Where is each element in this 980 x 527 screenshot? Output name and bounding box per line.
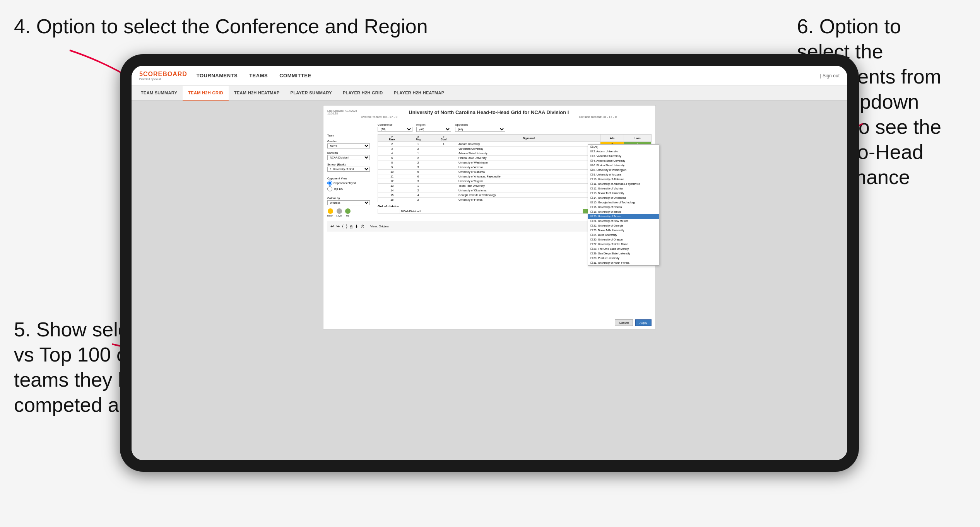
- dropdown-item-28[interactable]: 28. The Ohio State University: [588, 247, 659, 251]
- dropdown-item-14[interactable]: 14. University of Oklahoma: [588, 196, 659, 200]
- top-nav: 5COREBOARD Powered by cloud TOURNAMENTS …: [132, 66, 847, 86]
- opponent-view-section: Opponent View Opponents Played Top 100: [327, 177, 374, 191]
- tab-team-summary[interactable]: TEAM SUMMARY: [135, 86, 183, 101]
- filters-row: Conference (All) Region (All): [378, 123, 652, 132]
- nav-items: TOURNAMENTS TEAMS COMMITTEE: [197, 73, 820, 78]
- opponent-select[interactable]: (All): [455, 127, 505, 132]
- col-reg: #Reg: [406, 135, 430, 142]
- dropdown-item-21[interactable]: 21. University of New Mexico: [588, 219, 659, 223]
- colour-by-section: Colour by Win/loss: [327, 197, 374, 205]
- dropdown-item-18[interactable]: 18. University of Illinois: [588, 210, 659, 214]
- col-conf: #Conf: [430, 135, 457, 142]
- toolbar-back[interactable]: ⟨: [342, 224, 344, 229]
- dropdown-item-24[interactable]: 24. Duke University: [588, 233, 659, 237]
- nav-teams[interactable]: TEAMS: [249, 73, 268, 78]
- apply-button[interactable]: Apply: [635, 319, 652, 326]
- tab-player-h2h-grid[interactable]: PLAYER H2H GRID: [337, 86, 388, 101]
- conference-select[interactable]: (All): [378, 127, 412, 132]
- school-rank-section: School (Rank) 1. University of Nort...: [327, 163, 374, 172]
- dropdown-item-9[interactable]: 9. University of Arizona: [588, 172, 659, 177]
- dropdown-item-12[interactable]: 12. University of Virginia: [588, 186, 659, 191]
- toolbar-copy[interactable]: ⎘: [350, 224, 352, 229]
- division-section: Division NCAA Division I: [327, 152, 374, 160]
- tab-h2h-heatmap[interactable]: TEAM H2H HEATMAP: [229, 86, 285, 101]
- gender-section: Gender Men's: [327, 140, 374, 148]
- toolbar-clock[interactable]: ⏱: [361, 224, 365, 229]
- tab-h2h-grid[interactable]: TEAM H2H GRID: [183, 86, 229, 101]
- main-layout: Team Gender Men's Division: [327, 134, 652, 217]
- dropdown-item-16[interactable]: 16. University of Florida: [588, 205, 659, 210]
- dropdown-item-11[interactable]: 11. University of Arkansas, Fayetteville: [588, 182, 659, 186]
- dropdown-item-22[interactable]: 22. University of Georgia: [588, 223, 659, 228]
- dropdown-item-30[interactable]: 30. Purdue University: [588, 256, 659, 261]
- dropdown-item-29[interactable]: 29. San Diego State University: [588, 251, 659, 256]
- col-loss: Loss: [624, 135, 651, 142]
- col-opponent: Opponent: [457, 135, 600, 142]
- toolbar-view: View: Original: [370, 225, 389, 228]
- col-win: Win: [600, 135, 624, 142]
- tablet-frame: 5COREBOARD Powered by cloud TOURNAMENTS …: [120, 54, 859, 472]
- dropdown-item-6[interactable]: 6. Florida State University: [588, 163, 659, 168]
- conference-filter: Conference (All): [378, 123, 412, 132]
- toolbar-forward[interactable]: ⟩: [346, 224, 347, 229]
- radio-group: Opponents Played Top 100: [327, 181, 374, 191]
- toolbar-undo[interactable]: ↩: [330, 224, 334, 229]
- gender-select[interactable]: Men's: [327, 143, 370, 148]
- report-card: Last Updated: 4/17/202416:55:38 Universi…: [323, 105, 656, 329]
- dropdown-item-31[interactable]: 31. University of North Florida: [588, 261, 659, 265]
- legend-up: [345, 208, 351, 214]
- toolbar-redo[interactable]: ↪: [336, 224, 340, 229]
- action-buttons: Cancel Apply: [615, 319, 652, 326]
- record-row: Overall Record: 89 - 17 - 0 Division Rec…: [357, 115, 621, 119]
- radio-top-100[interactable]: Top 100: [327, 186, 374, 191]
- left-panel: Team Gender Men's Division: [327, 134, 374, 217]
- dropdown-item-23[interactable]: 23. Texas A&M University: [588, 228, 659, 233]
- nav-committee[interactable]: COMMITTEE: [279, 73, 311, 78]
- tab-player-h2h-heatmap[interactable]: PLAYER H2H HEATMAP: [388, 86, 450, 101]
- team-section: Team: [327, 134, 374, 137]
- last-updated: Last Updated: 4/17/202416:55:38: [327, 109, 357, 115]
- radio-opponents-played[interactable]: Opponents Played: [327, 181, 374, 186]
- legend-level: [337, 208, 342, 214]
- opponent-dropdown[interactable]: (All) 2. Auburn University 3. Vanderbilt…: [588, 144, 659, 266]
- logo: 5COREBOARD Powered by cloud: [139, 71, 187, 80]
- dropdown-item-10[interactable]: 10. University of Alabama: [588, 177, 659, 182]
- dropdown-item-20[interactable]: ☑ 20. University of Texas: [588, 214, 659, 219]
- dropdown-item-4[interactable]: 4. Arizona State University: [588, 159, 659, 163]
- content-area: Last Updated: 4/17/202416:55:38 Universi…: [132, 101, 847, 460]
- col-rank: #Rank: [378, 135, 406, 142]
- dropdown-item-15[interactable]: 15. Georgia Institute of Technology: [588, 200, 659, 205]
- nav-tournaments[interactable]: TOURNAMENTS: [197, 73, 238, 78]
- tablet-screen: 5COREBOARD Powered by cloud TOURNAMENTS …: [132, 66, 847, 460]
- region-select[interactable]: (All): [416, 127, 451, 132]
- dropdown-item-all[interactable]: (All): [588, 145, 659, 149]
- dropdown-item-13[interactable]: 13. Texas Tech University: [588, 191, 659, 196]
- report-title: University of North Carolina Head-to-Hea…: [357, 109, 621, 115]
- dropdown-item-25[interactable]: 25. University of Oregon: [588, 237, 659, 242]
- dropdown-item-3[interactable]: 3. Vanderbilt University: [588, 154, 659, 159]
- legend: Down Level Up: [327, 208, 374, 217]
- division-select[interactable]: NCAA Division I: [327, 155, 370, 160]
- region-filter: Region (All): [416, 123, 451, 132]
- colour-by-select[interactable]: Win/loss: [327, 200, 370, 205]
- legend-down: [328, 208, 333, 214]
- dropdown-item-27[interactable]: 27. University of Notre Dame: [588, 242, 659, 247]
- dropdown-item-2[interactable]: 2. Auburn University: [588, 149, 659, 154]
- tab-nav: TEAM SUMMARY TEAM H2H GRID TEAM H2H HEAT…: [132, 86, 847, 101]
- opponent-filter: Opponent (All): [455, 123, 505, 132]
- annotation-top-left: 4. Option to select the Conference and R…: [14, 14, 428, 39]
- dropdown-item-8[interactable]: 8. University of Washington: [588, 168, 659, 172]
- tab-player-summary[interactable]: PLAYER SUMMARY: [285, 86, 337, 101]
- toolbar-export[interactable]: ⬇: [355, 224, 358, 229]
- school-rank-select[interactable]: 1. University of Nort...: [327, 167, 370, 172]
- cancel-button[interactable]: Cancel: [615, 319, 633, 326]
- sign-out[interactable]: | Sign out: [820, 73, 840, 78]
